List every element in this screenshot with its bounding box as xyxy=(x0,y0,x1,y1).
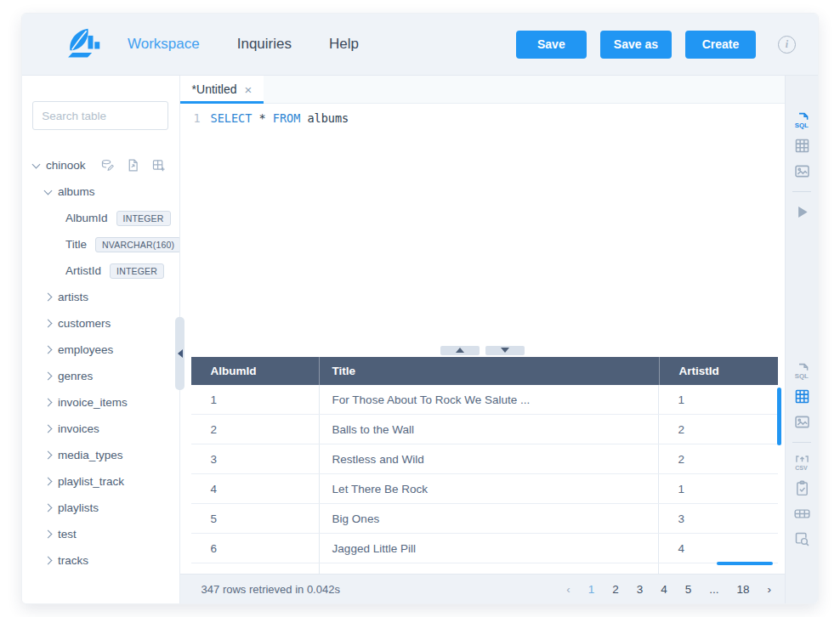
table-name: invoice_items xyxy=(58,396,128,409)
tree-table-playlists[interactable]: playlists xyxy=(22,495,179,521)
sql-view-icon[interactable]: SQL xyxy=(793,111,811,129)
schema-sidebar: chinook xyxy=(22,76,180,604)
export-file-icon[interactable] xyxy=(126,158,140,173)
prev-page-icon[interactable]: ‹ xyxy=(566,583,570,596)
chevron-left-icon xyxy=(178,349,183,358)
page-3[interactable]: 3 xyxy=(637,583,644,596)
app-window: Workspace Inquiries Help Save Save as Cr… xyxy=(21,13,819,604)
toolbar-divider xyxy=(792,442,811,443)
column-header-title[interactable]: Title xyxy=(319,357,659,385)
grid-view-icon[interactable] xyxy=(793,388,811,405)
run-query-icon[interactable] xyxy=(793,203,811,221)
sidebar-collapse-handle[interactable] xyxy=(175,317,184,390)
chevron-right-icon xyxy=(44,478,53,486)
column-name: Title xyxy=(65,238,87,251)
expand-down-button[interactable] xyxy=(485,346,525,355)
cell-title: Big Ones xyxy=(319,504,659,533)
save-button[interactable]: Save xyxy=(516,31,587,59)
column-type-badge: NVARCHAR(160) xyxy=(95,237,180,252)
vertical-scrollbar-thumb[interactable] xyxy=(777,388,781,445)
sql-keyword: SELECT xyxy=(211,111,253,125)
pagination: ‹ 1 2 3 4 5 ... 18 › xyxy=(566,583,771,596)
export-csv-icon[interactable]: CSV xyxy=(793,454,811,472)
tree-table-genres[interactable]: genres xyxy=(22,363,179,389)
save-as-button[interactable]: Save as xyxy=(600,31,672,59)
cell-artistid: 1 xyxy=(659,385,778,414)
cell-title: Balls to the Wall xyxy=(319,415,659,444)
horizontal-scrollbar-thumb[interactable] xyxy=(717,562,773,565)
page-1[interactable]: 1 xyxy=(588,583,595,596)
chevron-right-icon xyxy=(44,504,53,512)
chevron-right-icon xyxy=(44,346,53,354)
tree-column-title[interactable]: Title NVARCHAR(160) xyxy=(22,231,179,258)
db-name: chinook xyxy=(46,159,86,172)
page-18[interactable]: 18 xyxy=(737,583,750,596)
tab-close-icon[interactable]: × xyxy=(245,82,253,97)
copy-results-icon[interactable] xyxy=(793,479,811,497)
page-5[interactable]: 5 xyxy=(685,583,692,596)
sql-view-icon[interactable]: SQL xyxy=(793,362,811,380)
table-row: 5 Big Ones 3 xyxy=(191,504,778,534)
db-actions xyxy=(100,158,166,173)
edit-database-icon[interactable] xyxy=(100,158,115,173)
app-logo-icon xyxy=(65,25,102,63)
inspect-cell-icon[interactable] xyxy=(793,530,811,548)
chevron-right-icon xyxy=(44,320,53,328)
chart-view-icon[interactable] xyxy=(793,413,811,431)
table-view-icon[interactable] xyxy=(793,505,811,523)
tree-table-customers[interactable]: customers xyxy=(22,310,179,337)
panel-splitter[interactable] xyxy=(180,343,785,357)
sql-text: * xyxy=(252,111,272,125)
cell-albumid: 2 xyxy=(191,415,319,444)
cell-title: Jagged Little Pill xyxy=(319,534,659,563)
tree-table-test[interactable]: test xyxy=(22,521,179,547)
tree-column-artistid[interactable]: ArtistId INTEGER xyxy=(22,258,179,284)
sql-editor[interactable]: 1 SELECT * FROM albums xyxy=(180,104,785,343)
results-view-controls: SQL xyxy=(786,362,818,548)
chart-view-icon[interactable] xyxy=(793,162,811,180)
cell-artistid: 4 xyxy=(659,534,778,563)
nav-inquiries[interactable]: Inquiries xyxy=(237,36,292,53)
nav-help[interactable]: Help xyxy=(329,36,359,53)
info-icon[interactable]: i xyxy=(778,36,796,54)
tree-table-media-types[interactable]: media_types xyxy=(22,442,179,468)
page-2[interactable]: 2 xyxy=(612,583,619,596)
page-4[interactable]: 4 xyxy=(661,583,667,596)
nav-workspace[interactable]: Workspace xyxy=(128,36,200,53)
column-header-albumid[interactable]: AlbumId xyxy=(191,357,319,385)
line-number: 1 xyxy=(180,111,211,343)
tree-table-artists[interactable]: artists xyxy=(22,284,179,310)
cell-title: Restless and Wild xyxy=(319,444,659,473)
search-input[interactable] xyxy=(32,101,168,130)
cell-albumid: 3 xyxy=(191,444,319,473)
tree-table-invoices[interactable]: invoices xyxy=(22,416,179,442)
svg-text:CSV: CSV xyxy=(795,465,808,471)
column-header-artistid[interactable]: ArtistId xyxy=(659,357,778,385)
create-button[interactable]: Create xyxy=(685,31,756,59)
tree-table-tracks[interactable]: tracks xyxy=(22,547,179,574)
toolbar-divider xyxy=(792,191,811,192)
table-name: media_types xyxy=(58,449,123,461)
chevron-right-icon xyxy=(44,372,53,381)
add-table-icon[interactable] xyxy=(151,158,166,173)
svg-text:SQL: SQL xyxy=(794,372,808,380)
cell-title: Let There Be Rock xyxy=(319,474,659,503)
grid-view-icon[interactable] xyxy=(793,137,811,155)
next-page-icon[interactable]: › xyxy=(768,583,772,596)
tree-table-albums[interactable]: albums xyxy=(22,178,179,205)
expand-up-button[interactable] xyxy=(440,346,480,355)
results-header-row: AlbumId Title ArtistId xyxy=(191,357,778,385)
tree-column-albumid[interactable]: AlbumId INTEGER xyxy=(22,205,179,231)
status-text: 347 rows retrieved in 0.042s xyxy=(201,583,340,596)
cell-artistid: 3 xyxy=(659,504,778,533)
tree-table-employees[interactable]: employees xyxy=(22,337,179,363)
tree-table-invoice-items[interactable]: invoice_items xyxy=(22,389,179,416)
table-name: genres xyxy=(58,370,93,382)
sql-keyword: FROM xyxy=(273,111,301,125)
tab-untitled[interactable]: *Untitled × xyxy=(180,76,264,103)
tree-db-chinook[interactable]: chinook xyxy=(22,152,179,178)
chevron-right-icon xyxy=(44,530,53,539)
tree-table-playlist-track[interactable]: playlist_track xyxy=(22,468,179,495)
table-row: 3 Restless and Wild 2 xyxy=(191,444,778,474)
chevron-right-icon xyxy=(44,557,53,565)
